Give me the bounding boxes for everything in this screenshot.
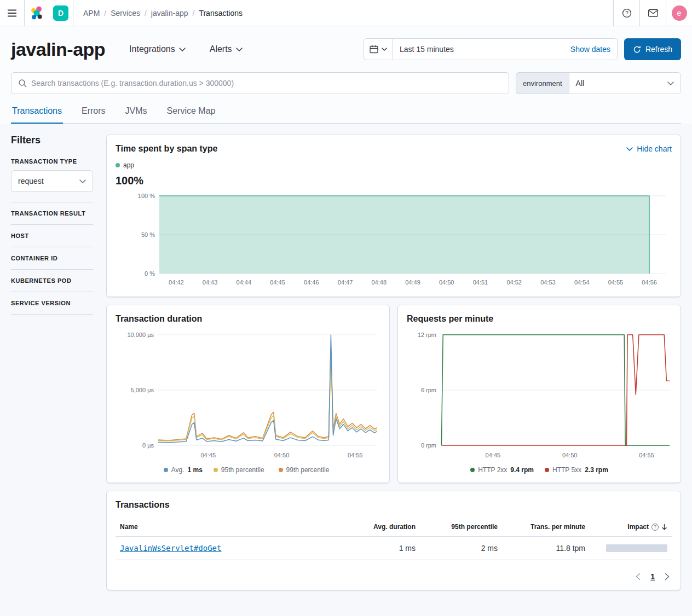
svg-text:10,000 µs: 10,000 µs bbox=[127, 332, 154, 338]
filter-section-service-version[interactable]: SERVICE VERSION bbox=[11, 292, 93, 314]
svg-text:04:45: 04:45 bbox=[486, 452, 501, 458]
breadcrumb-services[interactable]: Services bbox=[111, 9, 140, 18]
time-range-value[interactable]: Last 15 minutes bbox=[393, 45, 570, 54]
svg-text:0 %: 0 % bbox=[145, 270, 155, 277]
breadcrumb-separator: / bbox=[193, 9, 195, 18]
svg-text:04:48: 04:48 bbox=[372, 279, 387, 286]
rpm-card-title: Requests per minute bbox=[407, 314, 672, 324]
svg-text:0 µs: 0 µs bbox=[142, 442, 154, 449]
user-menu-button[interactable]: e bbox=[666, 0, 692, 26]
environment-label: environment bbox=[516, 72, 569, 94]
legend-dot-p99 bbox=[279, 468, 283, 472]
breadcrumb-apm[interactable]: APM bbox=[83, 9, 100, 18]
alerts-label: Alerts bbox=[210, 44, 232, 54]
filter-section-kubernetes-pod[interactable]: KUBERNETES POD bbox=[11, 269, 93, 292]
svg-text:04:49: 04:49 bbox=[405, 279, 420, 286]
pagination: 1 bbox=[116, 572, 672, 581]
alerts-menu[interactable]: Alerts bbox=[210, 44, 243, 54]
legend-dot-p95 bbox=[214, 468, 218, 472]
legend-item-avg: Avg. 1 ms bbox=[164, 466, 203, 474]
newsfeed-button[interactable] bbox=[639, 0, 666, 26]
refresh-button[interactable]: Refresh bbox=[624, 38, 681, 60]
svg-text:?: ? bbox=[625, 10, 628, 16]
transactions-table-title: Transactions bbox=[116, 500, 672, 510]
filter-section-transaction-result[interactable]: TRANSACTION RESULT bbox=[11, 202, 93, 224]
column-header-impact[interactable]: Impact ? bbox=[590, 518, 672, 537]
svg-text:04:51: 04:51 bbox=[473, 279, 488, 286]
legend-item-p95: 95th percentile bbox=[214, 466, 268, 474]
tab-service-map[interactable]: Service Map bbox=[166, 106, 217, 123]
transaction-name-link[interactable]: JavalinWsServlet#doGet bbox=[120, 544, 221, 553]
avatar[interactable]: e bbox=[672, 5, 687, 21]
transaction-duration-chart: 0 µs5,000 µs10,000 µs04:4504:5004:55 bbox=[116, 329, 380, 461]
requests-per-minute-card: Requests per minute 0 rpm6 rpm12 rpm04:4… bbox=[397, 305, 681, 483]
help-button[interactable]: ? bbox=[613, 0, 639, 26]
calendar-icon bbox=[370, 45, 378, 54]
svg-text:50 %: 50 % bbox=[141, 231, 155, 238]
top-navigation-bar: D APM / Services / javalin-app / Transac… bbox=[0, 0, 692, 26]
hamburger-menu-icon[interactable] bbox=[0, 0, 24, 26]
tab-errors[interactable]: Errors bbox=[80, 106, 107, 123]
legend-label-app: app bbox=[123, 161, 134, 169]
legend-item-http5xx: HTTP 5xx 2.3 rpm bbox=[545, 466, 608, 474]
impact-info-icon[interactable]: ? bbox=[651, 524, 659, 531]
chevron-down-icon bbox=[667, 82, 674, 85]
page-title: javalin-app bbox=[11, 39, 105, 60]
p95-value: 2 ms bbox=[420, 537, 502, 560]
show-dates-link[interactable]: Show dates bbox=[570, 45, 617, 54]
tab-transactions[interactable]: Transactions bbox=[11, 106, 63, 124]
filter-section-container-id[interactable]: CONTAINER ID bbox=[11, 247, 93, 269]
requests-per-minute-chart: 0 rpm6 rpm12 rpm04:4504:5004:55 bbox=[407, 329, 672, 461]
avg-duration-value: 1 ms bbox=[343, 537, 420, 560]
svg-text:04:53: 04:53 bbox=[540, 279, 556, 286]
filters-sidebar: Filters TRANSACTION TYPE request TRANSAC… bbox=[11, 135, 93, 590]
filters-heading: Filters bbox=[11, 135, 93, 146]
legend-dot-app bbox=[116, 163, 120, 167]
svg-text:04:45: 04:45 bbox=[270, 279, 285, 286]
span-type-legend: app bbox=[116, 161, 672, 169]
refresh-icon bbox=[633, 45, 641, 54]
environment-select[interactable]: All bbox=[569, 72, 681, 94]
svg-text:04:55: 04:55 bbox=[639, 452, 654, 458]
page-number[interactable]: 1 bbox=[650, 572, 655, 581]
chevron-down-icon bbox=[626, 147, 633, 151]
space-switcher[interactable]: D bbox=[49, 0, 73, 26]
space-badge[interactable]: D bbox=[53, 5, 68, 21]
mail-icon bbox=[648, 9, 658, 17]
svg-text:12 rpm: 12 rpm bbox=[418, 332, 436, 338]
column-header-name: Name bbox=[116, 518, 343, 537]
hide-chart-link[interactable]: Hide chart bbox=[626, 144, 672, 153]
svg-text:04:50: 04:50 bbox=[562, 452, 578, 458]
svg-text:04:44: 04:44 bbox=[237, 279, 252, 286]
search-transactions-input[interactable] bbox=[31, 79, 502, 88]
svg-text:04:56: 04:56 bbox=[642, 279, 657, 286]
help-icon: ? bbox=[622, 8, 632, 18]
svg-text:04:46: 04:46 bbox=[304, 279, 319, 286]
date-picker: Last 15 minutes Show dates bbox=[364, 38, 618, 60]
svg-text:5,000 µs: 5,000 µs bbox=[131, 387, 154, 393]
duration-legend: Avg. 1 ms 95th percentile 99th percentil… bbox=[116, 466, 380, 474]
legend-dot-avg bbox=[164, 468, 168, 472]
column-header-tpm: Trans. per minute bbox=[502, 518, 590, 537]
svg-text:04:50: 04:50 bbox=[439, 279, 454, 286]
filter-section-host[interactable]: HOST bbox=[11, 224, 93, 247]
tpm-value: 11.8 tpm bbox=[502, 537, 590, 560]
svg-text:0 rpm: 0 rpm bbox=[421, 442, 436, 449]
tab-jvms[interactable]: JVMs bbox=[124, 106, 148, 123]
span-type-big-value: 100% bbox=[116, 175, 672, 187]
legend-item-http2xx: HTTP 2xx 9.4 rpm bbox=[470, 466, 534, 474]
transaction-type-select[interactable]: request bbox=[11, 170, 93, 192]
next-page-button[interactable] bbox=[665, 573, 670, 580]
integrations-menu[interactable]: Integrations bbox=[129, 44, 186, 54]
span-type-chart: 0 %50 %100 %04:4204:4304:4404:4504:4604:… bbox=[116, 191, 672, 288]
svg-text:04:52: 04:52 bbox=[506, 279, 522, 286]
breadcrumb-service-name[interactable]: javalin-app bbox=[151, 9, 188, 18]
transaction-type-label: TRANSACTION TYPE bbox=[11, 158, 93, 165]
search-icon bbox=[18, 79, 27, 88]
previous-page-button[interactable] bbox=[636, 573, 641, 580]
elastic-logo[interactable] bbox=[25, 0, 49, 26]
quick-select-menu[interactable] bbox=[364, 39, 393, 60]
column-header-p95: 95th percentile bbox=[420, 518, 502, 537]
hide-chart-label: Hide chart bbox=[637, 144, 672, 153]
breadcrumb-separator: / bbox=[145, 9, 147, 18]
